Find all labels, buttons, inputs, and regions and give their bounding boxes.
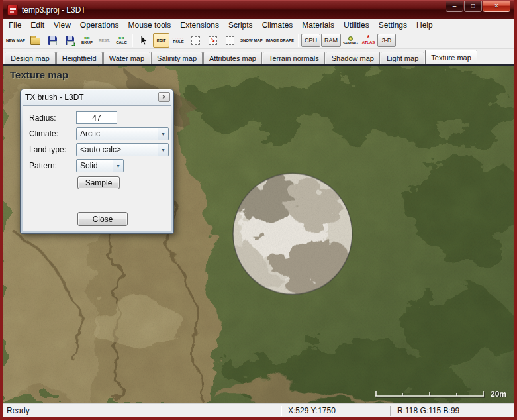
app-window: temp3.proj - L3DT – □ × File Edit View O…: [0, 0, 517, 420]
menu-climates[interactable]: Climates: [258, 19, 298, 32]
tx-brush-dialog-close-icon[interactable]: ×: [158, 92, 170, 102]
toolbar-separator: [298, 34, 299, 47]
save-project-button[interactable]: [44, 33, 61, 48]
menu-settings[interactable]: Settings: [374, 19, 412, 32]
cursor-arrow-icon: [140, 36, 148, 46]
crop-region-tool-button[interactable]: ·: [222, 33, 238, 48]
image-drape-label: IMAGE DRAPE: [266, 38, 294, 42]
tab-design-map[interactable]: Design map: [5, 52, 56, 64]
tab-terrain-normals[interactable]: Terrain normals: [263, 52, 325, 64]
spring-climate-button[interactable]: SPRING: [342, 33, 359, 48]
menu-utilities[interactable]: Utilities: [339, 19, 374, 32]
menu-bar: File Edit View Operations Mouse tools Ex…: [3, 19, 514, 32]
spring-label: SPRING: [343, 41, 358, 45]
save-disk-icon: [48, 36, 57, 45]
menu-edit[interactable]: Edit: [26, 19, 49, 32]
climate-label: Climate:: [29, 129, 58, 138]
minimize-button[interactable]: –: [446, 1, 463, 12]
tab-attributes-map[interactable]: Attributes map: [203, 52, 262, 64]
tab-light-map[interactable]: Light map: [381, 52, 424, 64]
save-all-badge-icon: [71, 42, 75, 46]
atlas-label: ATLAS: [362, 40, 375, 44]
select-region-tool-button[interactable]: [187, 33, 204, 48]
ruler-tool-button[interactable]: ·····RULE: [170, 33, 187, 48]
edit-label: EDIT: [157, 38, 166, 42]
status-ready: Ready: [3, 406, 281, 415]
map-overlay-title: Texture map: [10, 69, 68, 80]
chevron-down-icon[interactable]: ▼: [158, 128, 168, 140]
menu-extensions[interactable]: Extensions: [175, 19, 224, 32]
scale-bar-label: 20m: [491, 390, 506, 399]
ruler-label: RULE: [173, 40, 183, 44]
app-logo-icon: [7, 5, 18, 15]
title-bar[interactable]: temp3.proj - L3DT – □ ×: [3, 0, 514, 19]
new-map-label: NEW MAP: [6, 38, 25, 42]
land-type-select[interactable]: <auto calc> ▼: [76, 143, 169, 156]
cpu-button[interactable]: CPU: [301, 34, 320, 47]
dialog-close-button[interactable]: Close: [77, 212, 128, 226]
tx-brush-dialog-body: Radius: Climate: Arctic ▼ Land type: <au…: [23, 105, 171, 231]
tab-texture-map[interactable]: Texture map: [425, 50, 477, 64]
scale-bar-ruler-icon: [375, 390, 485, 399]
calc-button[interactable]: »»CALC: [113, 33, 130, 48]
menu-file[interactable]: File: [4, 19, 26, 32]
three-d-label: 3-D: [382, 38, 392, 44]
menu-operations[interactable]: Operations: [75, 19, 124, 32]
toolbar-separator: [132, 34, 133, 47]
status-bar: Ready X:529 Y:1750 R:118 G:115 B:99: [3, 403, 514, 417]
ram-button[interactable]: RAM: [321, 34, 341, 47]
menu-view[interactable]: View: [49, 19, 75, 32]
tx-brush-dialog-titlebar[interactable]: TX brush - L3DT: [21, 89, 173, 104]
sample-button[interactable]: Sample: [77, 176, 120, 189]
chevron-down-icon[interactable]: ▼: [113, 160, 123, 172]
edit-tool-button[interactable]: EDIT: [153, 33, 169, 48]
save-all-disk-icon: [66, 36, 74, 45]
toolbar: NEW MAP »»BKUP REST. »»CALC EDIT ·····RU…: [3, 32, 514, 49]
land-type-value: <auto calc>: [77, 145, 158, 154]
chevron-down-icon[interactable]: ▼: [158, 144, 168, 156]
window-title: temp3.proj - L3DT: [22, 5, 514, 15]
image-drape-button[interactable]: IMAGE DRAPE: [265, 33, 295, 48]
spring-season-icon: [348, 36, 353, 41]
status-rgb-value: R:118 G:115 B:99: [391, 406, 514, 415]
menu-help[interactable]: Help: [412, 19, 438, 32]
climate-value: Arctic: [77, 129, 158, 138]
new-map-button[interactable]: NEW MAP: [5, 33, 26, 48]
maximize-button[interactable]: □: [464, 1, 482, 12]
tab-heightfield[interactable]: Heightfield: [56, 52, 103, 64]
tab-shadow-map[interactable]: Shadow map: [326, 52, 380, 64]
land-type-label: Land type:: [29, 145, 66, 154]
open-project-button[interactable]: [27, 33, 44, 48]
ram-label: RAM: [324, 38, 338, 44]
scale-bar: 20m: [375, 390, 506, 399]
map-tab-bar: Design map Heightfield Water map Salinit…: [3, 49, 514, 64]
restore-button[interactable]: REST.: [96, 33, 113, 48]
radius-input[interactable]: [76, 111, 117, 124]
pattern-value: Solid: [77, 161, 113, 170]
backup-button[interactable]: »»BKUP: [79, 33, 95, 48]
menu-mouse-tools[interactable]: Mouse tools: [124, 19, 176, 32]
pattern-label: Pattern:: [29, 161, 57, 170]
calc-label: CALC: [116, 40, 127, 44]
snow-map-button[interactable]: SNOW MAP: [239, 33, 264, 48]
tx-brush-dialog-title: TX brush - L3DT: [25, 93, 84, 102]
resize-region-tool-button[interactable]: ↘: [205, 33, 221, 48]
snow-map-label: SNOW MAP: [240, 38, 263, 42]
status-cursor-position: X:529 Y:1750: [282, 406, 390, 415]
atlas-button[interactable]: *ATLAS: [360, 33, 377, 48]
cursor-tool-button[interactable]: [136, 33, 152, 48]
map-viewport[interactable]: Texture map 20m TX brush - L3DT ×: [3, 64, 514, 403]
climate-select[interactable]: Arctic ▼: [76, 127, 169, 140]
open-folder-icon: [30, 38, 40, 45]
tab-water-map[interactable]: Water map: [103, 52, 150, 64]
resize-region-icon: ↘: [209, 36, 217, 45]
crop-region-icon: ·: [226, 36, 234, 45]
close-button[interactable]: ×: [483, 1, 510, 12]
restore-label: REST.: [99, 38, 110, 42]
three-d-view-button[interactable]: 3-D: [377, 34, 396, 47]
menu-scripts[interactable]: Scripts: [224, 19, 258, 32]
tab-salinity-map[interactable]: Salinity map: [151, 52, 203, 64]
menu-materials[interactable]: Materials: [297, 19, 339, 32]
pattern-select[interactable]: Solid ▼: [76, 159, 124, 172]
save-all-button[interactable]: [62, 33, 78, 48]
